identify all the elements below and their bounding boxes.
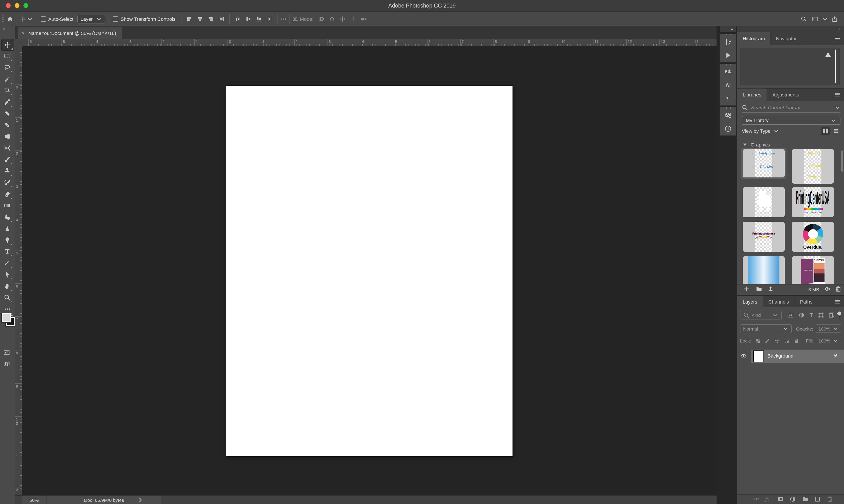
document-tab[interactable]: × NameYourDocument @ 50% (CMYK/16) [18,28,122,39]
panel-menu-icon[interactable] [834,299,841,305]
move-tool-icon[interactable] [19,16,25,22]
camera-3d-icon[interactable] [361,16,367,22]
layer-effects-icon[interactable]: fx [765,496,769,503]
tab-libraries[interactable]: Libraries [737,89,767,101]
list-view-button[interactable] [832,127,841,135]
slide-3d-icon[interactable] [350,16,357,22]
layer-name[interactable]: Background [768,353,793,358]
ruler-origin[interactable] [15,39,22,46]
adjustment-filter-icon[interactable] [798,312,805,318]
history-brush-tool[interactable] [1,177,13,188]
new-adjustment-icon[interactable] [790,496,796,502]
layer-row-background[interactable]: Background [737,349,844,363]
more-align-options-icon[interactable] [281,16,287,22]
tool-preset-chevron-icon[interactable] [27,16,33,22]
search-icon[interactable] [798,16,809,22]
view-by-type-label[interactable]: View by Type [742,128,771,133]
zoom-level-field[interactable]: 50% [22,496,47,504]
properties-panel-icon[interactable] [720,109,736,122]
lock-artboard-icon[interactable] [784,338,790,343]
smudge-tool[interactable] [1,212,13,222]
collapse-panels-button[interactable]: » [737,26,844,32]
eraser-tool[interactable] [1,188,13,200]
scrollbar[interactable] [841,150,843,172]
doc-info-field[interactable]: Doc: 65.9M/0 bytes [47,496,161,504]
link-layers-icon[interactable] [753,496,759,502]
layer-thumbnail[interactable] [753,350,764,362]
new-group-icon[interactable] [803,496,809,502]
grid-view-button[interactable] [821,127,830,135]
workspace-icon[interactable] [809,16,821,22]
drag-3d-icon[interactable] [340,16,346,22]
content-aware-move-tool[interactable] [1,143,13,154]
tab-navigator[interactable]: Navigator [771,32,803,45]
patch-tool[interactable] [1,131,13,142]
character-panel-icon[interactable]: A| [720,79,736,92]
delete-layer-icon[interactable] [827,496,833,502]
type-tool[interactable]: T [1,246,13,257]
align-left-edges-icon[interactable] [186,16,192,22]
marquee-tool[interactable] [1,51,13,61]
actions-panel-icon[interactable] [720,49,736,62]
workspace-chevron-icon[interactable] [821,16,829,22]
blend-mode-dropdown[interactable]: Normal [740,324,792,333]
zoom-tool[interactable] [1,292,13,303]
library-item[interactable] [743,256,785,284]
library-item[interactable]: ←Safety Line←Trim LineVector Smart Ob… [743,149,785,177]
align-center-box-icon[interactable] [218,16,224,22]
warning-icon[interactable] [825,51,831,57]
align-vertical-centers-icon[interactable] [245,16,251,22]
auto-select-checkbox[interactable] [41,16,46,21]
lock-position-icon[interactable] [774,338,780,343]
share-icon[interactable] [829,16,841,22]
image-filter-icon[interactable] [788,312,794,318]
panel-menu-icon[interactable] [834,35,841,41]
screen-mode-icon[interactable] [3,361,10,367]
lock-transparent-icon[interactable] [755,338,760,343]
align-right-edges-icon[interactable] [207,16,214,22]
tab-adjustments[interactable]: Adjustments [767,89,805,101]
tab-channels[interactable]: Channels [763,295,795,308]
spot-healing-tool[interactable] [1,108,13,119]
align-horizontal-centers-icon[interactable] [197,16,203,22]
delete-item-icon[interactable] [835,286,841,292]
panel-menu-icon[interactable] [834,92,841,98]
sync-icon[interactable] [768,286,774,292]
chevron-down-icon[interactable] [834,104,841,111]
canvas-area[interactable]: 65432101234567891011121314 1012345678910… [15,39,717,504]
library-item[interactable]: Printingcenterusa [743,222,785,252]
lock-all-icon[interactable] [794,338,799,343]
info-panel-icon[interactable] [720,122,736,136]
distribute-vertical-icon[interactable] [266,16,272,22]
shape-filter-icon[interactable] [818,312,824,318]
new-layer-icon[interactable] [814,496,821,502]
align-top-edges-icon[interactable] [234,16,240,22]
quick-mask-icon[interactable] [3,349,10,356]
show-transform-checkbox[interactable] [113,16,119,21]
library-search-field[interactable]: Search Current Library [742,103,841,113]
clone-stamp-tool[interactable] [1,165,13,177]
lock-pixels-icon[interactable] [765,338,770,343]
close-tab-icon[interactable]: × [22,30,25,36]
clone-source-panel-icon[interactable] [720,66,736,79]
library-select[interactable]: My Library [742,116,841,125]
tools-collapse-chevron[interactable]: » [3,26,5,31]
type-filter-icon[interactable]: T [810,312,813,318]
move-tool[interactable] [1,39,14,51]
more-tool[interactable] [1,304,13,314]
sharpen-tool[interactable] [1,223,13,234]
magic-wand-tool[interactable] [1,73,13,85]
lasso-tool[interactable] [1,62,13,73]
status-chevron-icon[interactable] [137,497,143,503]
orbit-3d-icon[interactable] [319,16,325,22]
crop-tool[interactable] [1,85,13,96]
horizontal-ruler[interactable]: 65432101234567891011121314 [22,39,717,46]
filter-toggle[interactable] [837,311,841,318]
paragraph-panel-icon[interactable]: ¶ [720,92,736,105]
align-bottom-edges-icon[interactable] [256,16,262,22]
tab-layers[interactable]: Layers [737,295,763,308]
add-graphic-icon[interactable] [743,286,750,292]
opacity-value[interactable]: 100% [816,324,841,333]
document-canvas[interactable] [226,86,513,456]
auto-select-dropdown[interactable]: Layer [77,14,106,23]
